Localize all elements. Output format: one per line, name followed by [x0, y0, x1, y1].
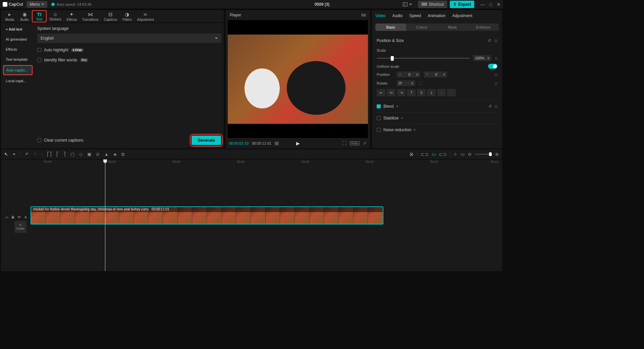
- position-size-header: Position & Size: [377, 38, 404, 43]
- distribute-v[interactable]: ⫴: [447, 89, 456, 96]
- reset-icon[interactable]: ↺: [488, 38, 491, 43]
- sidebar-effects[interactable]: Effects: [3, 45, 33, 54]
- cursor-tool[interactable]: ↖: [4, 152, 8, 157]
- tab-captions[interactable]: ⊟Captions: [101, 10, 120, 22]
- seg-cutout[interactable]: Cutout: [406, 23, 437, 31]
- fullscreen-button[interactable]: ⤢: [363, 141, 367, 146]
- tab-filters[interactable]: ◑Filters: [120, 10, 135, 22]
- undo-button[interactable]: ↶: [25, 152, 29, 157]
- sidebar-text-template[interactable]: Text template: [3, 55, 33, 64]
- align-center-v[interactable]: ⇕: [417, 89, 426, 96]
- track-toggle-1[interactable]: ▭: [5, 215, 8, 219]
- inspector-tab-speed[interactable]: Speed: [409, 13, 421, 18]
- maximize-button[interactable]: □: [489, 2, 492, 7]
- list-icon[interactable]: ▤: [275, 141, 279, 146]
- close-button[interactable]: ✕: [497, 2, 500, 7]
- zoom-out[interactable]: ⊖: [468, 152, 472, 157]
- redo-button[interactable]: ↷: [34, 152, 37, 157]
- keyframe-icon[interactable]: ◇: [495, 56, 497, 60]
- tab-transitions[interactable]: ⋈Transitions: [79, 10, 101, 22]
- play-button[interactable]: ▶: [296, 141, 300, 146]
- video-clip[interactable]: chicken for festive dinner thanksgiving …: [31, 206, 383, 225]
- stabilize-section[interactable]: Stabilize▾: [377, 112, 497, 124]
- tab-stickers[interactable]: ☺Stickers: [47, 10, 64, 22]
- tool-r1[interactable]: ⊹: [453, 152, 457, 157]
- snap-tool[interactable]: ⊏⊐: [439, 152, 446, 157]
- align-top[interactable]: ⤒: [407, 89, 416, 96]
- shortcut-button[interactable]: ⌨Shortcut: [418, 1, 447, 8]
- timeline-ruler[interactable]: 00:00 00:02 00:04 00:06 00:08 00:10 00:1…: [41, 159, 502, 165]
- trim-left-tool[interactable]: ⎡: [56, 152, 59, 157]
- player-menu-button[interactable]: [361, 14, 366, 17]
- inspector-tab-video[interactable]: Video: [375, 13, 385, 18]
- timeline-tracks[interactable]: chicken for festive dinner thanksgiving …: [29, 165, 502, 271]
- align-left[interactable]: ⇤: [377, 89, 385, 96]
- split-tool[interactable]: ⎡⎤: [47, 152, 52, 157]
- scale-slider[interactable]: [377, 58, 470, 59]
- tab-effects[interactable]: ✦Effects: [64, 10, 79, 22]
- scale-value[interactable]: 100%: [473, 55, 491, 61]
- trim-right-tool[interactable]: ⎤: [63, 152, 66, 157]
- seg-mask[interactable]: Mask: [437, 23, 468, 31]
- scale-icon[interactable]: ⛶: [342, 141, 346, 146]
- sidebar-auto-captions[interactable]: Auto captio...: [3, 65, 33, 75]
- ratio-button[interactable]: Ratio: [350, 141, 360, 145]
- rotate-input[interactable]: 0°: [397, 80, 415, 86]
- distribute-h[interactable]: ≡: [437, 89, 446, 96]
- menu-button[interactable]: Menu: [26, 1, 47, 8]
- rotate-dial[interactable]: [419, 81, 423, 85]
- sidebar-add-text[interactable]: + Add text: [3, 25, 33, 34]
- keyframe-icon[interactable]: ◇: [495, 72, 497, 77]
- generate-button[interactable]: Generate: [192, 136, 221, 145]
- magnet-tool[interactable]: ⊏⊐: [421, 152, 428, 157]
- clear-captions-checkbox[interactable]: Clear current captions: [37, 138, 83, 143]
- seg-basic[interactable]: Basic: [375, 23, 406, 31]
- filler-words-checkbox[interactable]: Identify filler words Pro: [37, 58, 221, 62]
- inspector-tab-audio[interactable]: Audio: [392, 13, 402, 18]
- mic-icon[interactable]: 🎤︎: [410, 152, 414, 157]
- inspector-tab-adjustment[interactable]: Adjustment: [452, 13, 472, 18]
- zoom-fit[interactable]: ⊕: [495, 152, 499, 157]
- position-x-input[interactable]: X0: [397, 71, 420, 78]
- language-select[interactable]: English: [37, 34, 221, 43]
- track-lock[interactable]: 🔒︎: [11, 215, 15, 219]
- minimize-button[interactable]: —: [480, 2, 485, 7]
- tab-media[interactable]: ▸Media: [2, 10, 17, 22]
- sidebar-ai-generated[interactable]: AI generated: [3, 35, 33, 44]
- sidebar-local-captions[interactable]: Local capti...: [3, 77, 33, 85]
- delete-tool[interactable]: ▢: [70, 152, 74, 157]
- player-viewport[interactable]: [228, 20, 368, 138]
- tab-adjustment[interactable]: ≍Adjustment: [135, 10, 157, 22]
- track-visible[interactable]: 👁: [17, 215, 21, 219]
- keyframe-icon[interactable]: ◇: [494, 38, 497, 43]
- track-mute[interactable]: 🔇︎: [24, 215, 28, 219]
- auto-highlight-checkbox[interactable]: Auto highlight ● Free: [37, 48, 221, 52]
- zoom-slider[interactable]: [475, 154, 492, 155]
- layout-button[interactable]: [399, 1, 415, 8]
- blend-section[interactable]: Blend▾ ↺◇: [377, 100, 497, 112]
- tool-r2[interactable]: ▭: [461, 152, 465, 157]
- tab-text[interactable]: TIText: [32, 10, 47, 22]
- align-right[interactable]: ⇥: [397, 89, 406, 96]
- tool-6[interactable]: ▣: [87, 152, 91, 157]
- tool-5[interactable]: ◇: [79, 152, 83, 157]
- tool-8[interactable]: ▲: [104, 152, 109, 157]
- uniform-scale-toggle[interactable]: [488, 64, 497, 69]
- export-button[interactable]: ⇪Export: [450, 1, 474, 8]
- tab-audio[interactable]: ◉Audio: [17, 10, 32, 22]
- seg-enhance[interactable]: Enhance: [468, 23, 499, 31]
- crop-tool[interactable]: ⧉: [121, 152, 124, 157]
- noise-reduction-section[interactable]: Noise reduction▾: [377, 124, 497, 136]
- tool-9[interactable]: ◈: [113, 152, 117, 157]
- cover-button[interactable]: ✎Cover: [14, 221, 26, 233]
- playhead[interactable]: [105, 159, 105, 271]
- keyframe-icon[interactable]: ◇: [495, 81, 497, 86]
- align-center-h[interactable]: ⇔: [387, 89, 395, 96]
- inspector-tab-animation[interactable]: Animation: [428, 13, 445, 18]
- link-tool[interactable]: ▭: [432, 152, 436, 157]
- align-bottom[interactable]: ⤓: [427, 89, 436, 96]
- keyframe-icon[interactable]: ◇: [494, 104, 497, 109]
- tool-7[interactable]: ⊙: [96, 152, 100, 157]
- position-y-input[interactable]: Y0: [424, 71, 447, 78]
- reset-icon[interactable]: ↺: [488, 104, 492, 109]
